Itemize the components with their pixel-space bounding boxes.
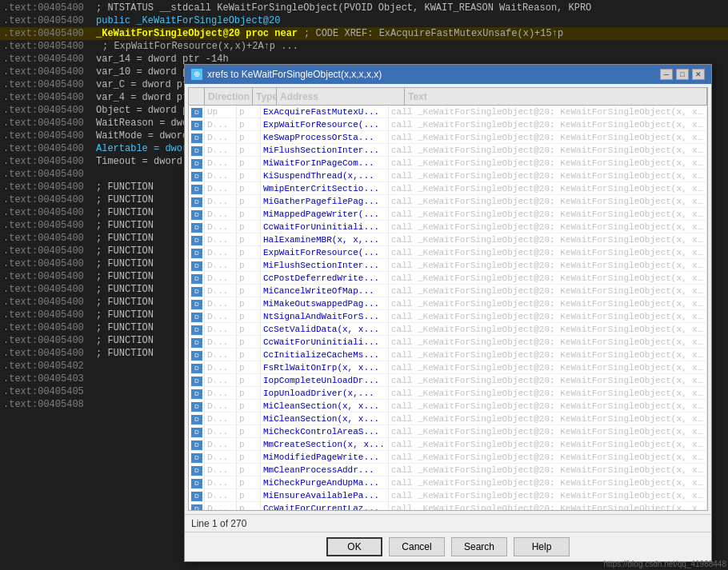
row-text: call _KeWaitForSingleObject@20; KeWaitFo…: [389, 157, 707, 169]
table-row[interactable]: D D... p MiMakeOutswappedPag... call _Ke…: [189, 297, 707, 310]
row-text: call _KeWaitForSingleObject@20; KeWaitFo…: [389, 118, 707, 130]
row-direction: D...: [205, 400, 237, 412]
row-direction: D...: [205, 182, 237, 194]
table-row[interactable]: D D... p MiModifiedPageWrite... call _Ke…: [189, 451, 707, 464]
table-row[interactable]: D D... p CcPostDeferredWrite... call _Ke…: [189, 272, 707, 285]
table-row[interactable]: D D... p MiGatherPagefilePag... call _Ke…: [189, 195, 707, 208]
row-address: IopCompleteUnloadDr...: [261, 374, 389, 386]
row-text: call _KeWaitForSingleObject@20; KeWaitFo…: [389, 451, 707, 463]
row-text: call _KeWaitForSingleObject@20; KeWaitFo…: [389, 400, 707, 412]
table-row[interactable]: D D... p MiCleanSection(x, x... call _Ke…: [189, 400, 707, 413]
row-direction: D...: [205, 451, 237, 463]
row-address: KiSuspendThread(x,...: [261, 169, 389, 181]
search-button[interactable]: Search: [451, 537, 507, 556]
row-icon: D: [189, 489, 205, 501]
row-type: p: [237, 438, 261, 450]
row-direction: D...: [205, 157, 237, 169]
cancel-button[interactable]: Cancel: [389, 537, 445, 556]
row-icon: D: [189, 361, 205, 373]
row-icon: D: [189, 413, 205, 425]
row-text: call _KeWaitForSingleObject@20; KeWaitFo…: [389, 106, 707, 118]
dialog-title-left: ⊕ xrefs to KeWaitForSingleObject(x,x,x,x…: [191, 69, 382, 80]
row-address: MiFlushSectionInter...: [261, 259, 389, 271]
table-row[interactable]: D D... p CcSetValidData(x, x... call _Ke…: [189, 323, 707, 336]
row-address: NtSignalAndWaitForS...: [261, 310, 389, 322]
row-direction: D...: [205, 118, 237, 130]
row-type: p: [237, 425, 261, 437]
row-icon: D: [189, 438, 205, 450]
th-text[interactable]: Text: [405, 88, 707, 105]
row-address: MiMakeOutswappedPag...: [261, 297, 389, 309]
th-address[interactable]: Address: [277, 88, 405, 105]
table-row[interactable]: D D... p MmCleanProcessAddr... call _KeW…: [189, 464, 707, 476]
table-row[interactable]: D D... p ExpWaitForResource(... call _Ke…: [189, 246, 707, 259]
table-row[interactable]: D D... p MiCleanSection(x, x... call _Ke…: [189, 413, 707, 425]
row-address: CcWaitForCurrentLaz...: [261, 502, 389, 511]
row-type: p: [237, 451, 261, 463]
table-row[interactable]: D D... p CcWaitForUninitiali... call _Ke…: [189, 221, 707, 233]
row-type: p: [237, 233, 261, 245]
table-row[interactable]: D D... p MiEnsureAvailablePa... call _Ke…: [189, 489, 707, 502]
row-text: call _KeWaitForSingleObject@20; KeWaitFo…: [389, 489, 707, 501]
table-row[interactable]: D D... p IopUnloadDriver(x,... call _KeW…: [189, 387, 707, 400]
row-text: call _KeWaitForSingleObject@20; KeWaitFo…: [389, 438, 707, 450]
row-address: CcSetValidData(x, x...: [261, 323, 389, 335]
table-row[interactable]: D D... p MiCancelWriteOfMap... call _KeW…: [189, 285, 707, 297]
table-row[interactable]: D D... p MiCheckPurgeAndUpMa... call _Ke…: [189, 476, 707, 489]
table-row[interactable]: D D... p HalExamineMBR(x, x,... call _Ke…: [189, 233, 707, 246]
row-icon: D: [189, 272, 205, 284]
close-button[interactable]: ✕: [692, 69, 705, 80]
row-type: p: [237, 182, 261, 194]
table-row[interactable]: D D... p MmCreateSection(x, x... call _K…: [189, 438, 707, 451]
row-text: call _KeWaitForSingleObject@20; KeWaitFo…: [389, 425, 707, 437]
xrefs-table-container: Direction Type Address Text D Up p ExAcq…: [188, 87, 708, 511]
row-text: call _KeWaitForSingleObject@20; KeWaitFo…: [389, 285, 707, 297]
minimize-button[interactable]: ─: [660, 69, 673, 80]
button-bar: OK Cancel Search Help: [185, 532, 711, 561]
row-icon: D: [189, 118, 205, 130]
ok-button[interactable]: OK: [326, 537, 382, 556]
table-row[interactable]: D D... p MiWaitForInPageCom... call _KeW…: [189, 157, 707, 169]
table-row[interactable]: D D... p WmipEnterCritSectio... call _Ke…: [189, 182, 707, 195]
row-type: p: [237, 144, 261, 156]
table-row[interactable]: D D... p CcInitializeCacheMs... call _Ke…: [189, 349, 707, 361]
th-direction[interactable]: Direction: [205, 88, 253, 105]
table-row[interactable]: D D... p KeSwapProcessOrSta... call _KeW…: [189, 131, 707, 144]
row-address: ExpWaitForResource(...: [261, 246, 389, 258]
row-type: p: [237, 387, 261, 399]
row-icon: D: [189, 285, 205, 297]
table-row[interactable]: D Up p ExAcquireFastMutexU... call _KeWa…: [189, 106, 707, 118]
table-row[interactable]: D D... p CcWaitForCurrentLaz... call _Ke…: [189, 502, 707, 511]
row-type: p: [237, 349, 261, 361]
xrefs-dialog: ⊕ xrefs to KeWaitForSingleObject(x,x,x,x…: [184, 64, 712, 562]
row-icon: D: [189, 349, 205, 361]
table-row[interactable]: D D... p ExpWaitForResource(... call _Ke…: [189, 118, 707, 131]
row-icon: D: [189, 336, 205, 348]
row-text: call _KeWaitForSingleObject@20; KeWaitFo…: [389, 464, 707, 476]
row-icon: D: [189, 195, 205, 207]
row-text: call _KeWaitForSingleObject@20; KeWaitFo…: [389, 144, 707, 156]
th-type[interactable]: Type: [253, 88, 277, 105]
row-type: p: [237, 131, 261, 143]
table-row[interactable]: D D... p MiFlushSectionInter... call _Ke…: [189, 259, 707, 272]
table-row[interactable]: D D... p CcWaitForUninitiali... call _Ke…: [189, 336, 707, 349]
table-scroll[interactable]: D Up p ExAcquireFastMutexU... call _KeWa…: [189, 106, 707, 511]
row-type: p: [237, 361, 261, 373]
dialog-controls[interactable]: ─ □ ✕: [660, 69, 705, 80]
row-text: call _KeWaitForSingleObject@20; KeWaitFo…: [389, 272, 707, 284]
row-type: p: [237, 297, 261, 309]
table-row[interactable]: D D... p KiSuspendThread(x,... call _KeW…: [189, 169, 707, 182]
row-type: p: [237, 169, 261, 181]
maximize-button[interactable]: □: [676, 69, 689, 80]
table-row[interactable]: D D... p IopCompleteUnloadDr... call _Ke…: [189, 374, 707, 387]
table-row[interactable]: D D... p MiMappedPageWriter(... call _Ke…: [189, 208, 707, 221]
row-address: MiCleanSection(x, x...: [261, 413, 389, 425]
table-row[interactable]: D D... p MiFlushSectionInter... call _Ke…: [189, 144, 707, 157]
row-address: MiModifiedPageWrite...: [261, 451, 389, 463]
help-button[interactable]: Help: [514, 537, 570, 556]
dialog-body: Direction Type Address Text D Up p ExAcq…: [185, 87, 711, 561]
table-row[interactable]: D D... p MiCheckControlAreaS... call _Ke…: [189, 425, 707, 438]
table-row[interactable]: D D... p FsRtlWaitOnIrp(x, x... call _Ke…: [189, 361, 707, 374]
row-direction: D...: [205, 464, 237, 476]
table-row[interactable]: D D... p NtSignalAndWaitForS... call _Ke…: [189, 310, 707, 323]
